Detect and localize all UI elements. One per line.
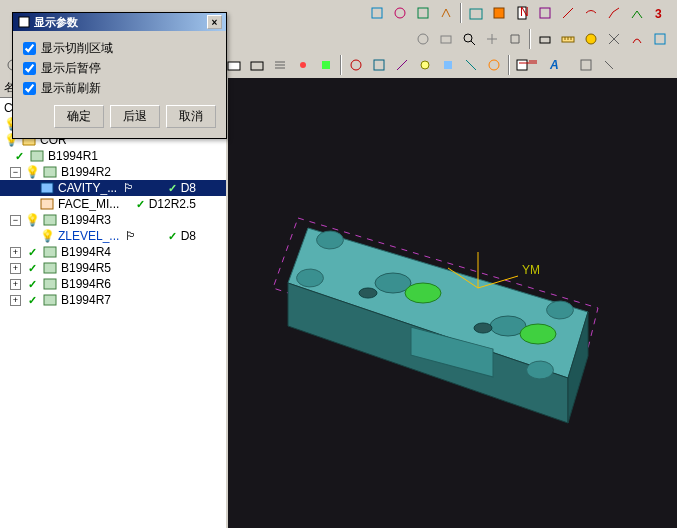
tree-item[interactable]: − 💡 B1994R3 [0, 212, 226, 228]
toolbar-btn[interactable] [389, 2, 411, 24]
expand-icon[interactable]: + [10, 279, 21, 290]
toolbar-btn[interactable] [575, 54, 597, 76]
toolbar-btn[interactable] [603, 28, 625, 50]
toolbar-btn[interactable] [580, 28, 602, 50]
tree-item[interactable]: 💡 ZLEVEL_... 🏳 ✓ D8 [0, 228, 226, 244]
svg-rect-42 [41, 183, 53, 193]
toolbar-btn[interactable] [391, 54, 413, 76]
svg-point-33 [421, 61, 429, 69]
tree-item-selected[interactable]: CAVITY_... 🏳 ✓ D8 [0, 180, 226, 196]
toolbar-btn[interactable] [513, 54, 543, 76]
dialog-button-row: 确定 后退 取消 [23, 105, 216, 128]
toolbar-btn[interactable] [534, 2, 556, 24]
toolbar-btn[interactable] [269, 54, 291, 76]
toolbar-btn[interactable] [557, 2, 579, 24]
display-params-dialog: 显示参数 × 显示切削区域 显示后暂停 显示前刷新 确定 后退 取消 [12, 12, 227, 139]
back-button[interactable]: 后退 [110, 105, 160, 128]
checkbox-label: 显示切削区域 [41, 40, 113, 57]
toolbar-btn[interactable] [246, 54, 268, 76]
toolbar-btn[interactable] [435, 28, 457, 50]
tool-col: ✓ D12R2.5 [128, 197, 226, 211]
zoom-in-icon[interactable] [458, 28, 480, 50]
toolbar-btn[interactable] [368, 54, 390, 76]
checkbox-pause-after[interactable]: 显示后暂停 [23, 60, 216, 77]
close-icon[interactable]: × [207, 15, 222, 29]
model-render: YM [228, 78, 677, 528]
toolbar-btn[interactable] [626, 28, 648, 50]
toolbar-btn[interactable] [626, 2, 648, 24]
tree-item[interactable]: + ✓ B1994R4 [0, 244, 226, 260]
toolbar-btn[interactable] [366, 2, 388, 24]
toolbar-btn[interactable] [465, 2, 487, 24]
toolbar-btn[interactable] [598, 54, 620, 76]
dialog-icon [17, 15, 31, 29]
ok-button[interactable]: 确定 [54, 105, 104, 128]
toolbar-btn[interactable] [481, 28, 503, 50]
toolbar-btn[interactable] [412, 28, 434, 50]
checkbox-label: 显示后暂停 [41, 60, 101, 77]
svg-rect-10 [441, 36, 451, 43]
toolbar-btn[interactable] [437, 54, 459, 76]
check-icon: ✓ [25, 293, 39, 307]
toolbar-btn[interactable] [345, 54, 367, 76]
ruler-icon[interactable] [557, 28, 579, 50]
checkbox-input[interactable] [23, 82, 36, 95]
collapse-icon[interactable]: − [10, 167, 21, 178]
tree-item[interactable]: − 💡 B1994R2 [0, 164, 226, 180]
svg-rect-3 [470, 9, 482, 19]
svg-line-12 [471, 41, 475, 45]
toolbar-btn[interactable] [534, 28, 556, 50]
svg-point-11 [464, 34, 472, 42]
check-icon: ✓ [12, 149, 26, 163]
svg-point-55 [474, 323, 492, 333]
toolbar-btn[interactable] [315, 54, 337, 76]
svg-rect-13 [540, 37, 550, 43]
toolbar-btn[interactable] [504, 28, 526, 50]
svg-rect-28 [251, 62, 263, 70]
svg-rect-48 [44, 295, 56, 305]
operation-icon [40, 197, 54, 211]
toolbar-btn[interactable] [460, 54, 482, 76]
svg-rect-2 [418, 8, 428, 18]
toolbar-btn[interactable] [488, 2, 510, 24]
toolbar-btn[interactable] [292, 54, 314, 76]
tool-col: ✓ D8 [160, 181, 226, 195]
toolbar-btn[interactable]: A [544, 54, 574, 76]
svg-point-18 [586, 34, 596, 44]
operation-navigator: 名称 C_PROGRAM 💡 NONE 💡 COR ✓ B1994R1 [0, 78, 228, 528]
toolbar-btn[interactable] [649, 28, 671, 50]
cancel-button[interactable]: 取消 [166, 105, 216, 128]
graphics-viewport[interactable]: YM [228, 78, 677, 528]
expand-icon[interactable]: + [10, 263, 21, 274]
collapse-icon[interactable]: − [10, 215, 21, 226]
svg-point-35 [489, 60, 499, 70]
main-area: 名称 C_PROGRAM 💡 NONE 💡 COR ✓ B1994R1 [0, 78, 677, 528]
tree-item[interactable]: + ✓ B1994R7 [0, 292, 226, 308]
toolbar-separator [340, 55, 342, 75]
program-icon [43, 261, 57, 275]
dialog-titlebar[interactable]: 显示参数 × [13, 13, 226, 31]
toolbar-btn[interactable] [483, 54, 505, 76]
checkbox-refresh-before[interactable]: 显示前刷新 [23, 80, 216, 97]
svg-text:N: N [520, 5, 529, 19]
tool-col: ✓ D8 [160, 229, 226, 243]
toolbar-btn[interactable] [412, 2, 434, 24]
toolbar-btn[interactable]: N [511, 2, 533, 24]
checkbox-input[interactable] [23, 62, 36, 75]
tree-item[interactable]: + ✓ B1994R5 [0, 260, 226, 276]
toolbar-btn[interactable] [435, 2, 457, 24]
svg-rect-27 [228, 62, 240, 70]
program-icon [43, 213, 57, 227]
expand-icon[interactable]: + [10, 295, 21, 306]
toolbar-btn[interactable] [414, 54, 436, 76]
toolbar-btn[interactable] [580, 2, 602, 24]
checkbox-cut-region[interactable]: 显示切削区域 [23, 40, 216, 57]
checkbox-input[interactable] [23, 42, 36, 55]
tree-item[interactable]: + ✓ B1994R6 [0, 276, 226, 292]
operation-tree[interactable]: C_PROGRAM 💡 NONE 💡 COR ✓ B1994R1 − 💡 [0, 98, 226, 528]
toolbar-btn[interactable]: 3 [649, 2, 671, 24]
toolbar-btn[interactable] [603, 2, 625, 24]
expand-icon[interactable]: + [10, 247, 21, 258]
tree-item[interactable]: FACE_MI... ✓ D12R2.5 [0, 196, 226, 212]
tree-item[interactable]: ✓ B1994R1 [0, 148, 226, 164]
